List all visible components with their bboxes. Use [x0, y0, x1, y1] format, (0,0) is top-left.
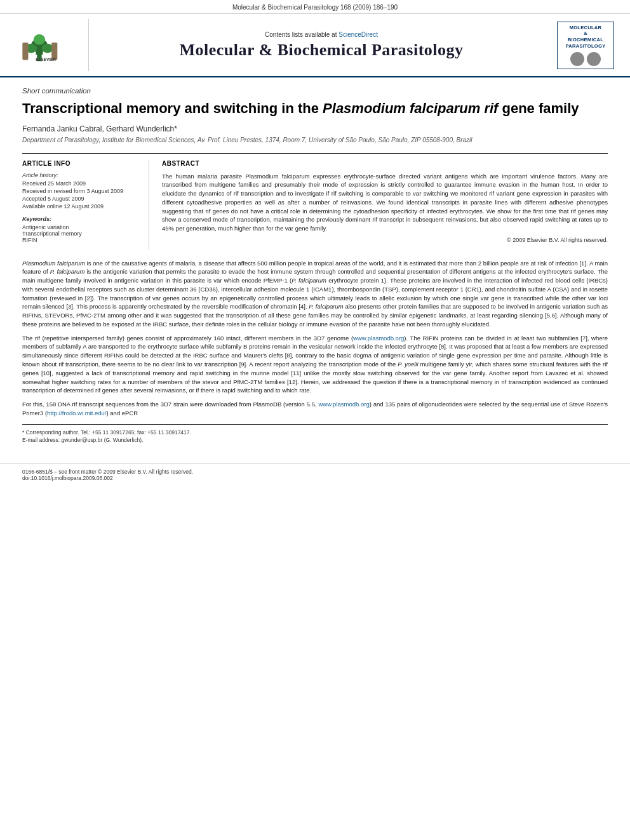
body-para-1: Plasmodium falciparum is one of the caus… — [22, 259, 608, 329]
title-part1: Transcriptional memory and switching in … — [22, 100, 323, 116]
sciencedirect-url[interactable]: ScienceDirect — [338, 31, 378, 38]
keywords-label: Keywords: — [22, 216, 139, 222]
footnotes: * Corresponding author. Tel.: +55 11 309… — [22, 424, 608, 444]
article-type: Short communication — [22, 87, 608, 95]
journal-logo-icons — [560, 52, 611, 66]
keyword-2: Transcriptional memory — [22, 230, 139, 237]
body-col-1: Plasmodium falciparum is one of the caus… — [22, 259, 608, 444]
accepted-date: Accepted 5 August 2009 — [22, 196, 139, 202]
main-header: ELSEVIER Contents lists available at Sci… — [0, 14, 630, 77]
plasmodb-link-1[interactable]: www.plasmodb.org — [353, 335, 404, 342]
journal-logo-box: MOLECULAR & BIOCHEMICAL PARASITOLOGY — [557, 22, 614, 69]
article-content: Short communication Transcriptional memo… — [0, 77, 630, 457]
sciencedirect-link: Contents lists available at ScienceDirec… — [265, 31, 378, 38]
article-info-section: ARTICLE INFO Article history: Received 2… — [22, 160, 149, 250]
bottom-bar: 0166-6851/$ – see front matter © 2009 El… — [0, 463, 630, 486]
body-text: Plasmodium falciparum is one of the caus… — [22, 259, 608, 444]
journal-title: Molecular & Biochemical Parasitology — [179, 41, 463, 60]
received-date: Received 25 March 2009 — [22, 180, 139, 187]
corresponding-author: * Corresponding author. Tel.: +55 11 309… — [22, 429, 608, 436]
logo-line3: BIOCHEMICAL — [560, 37, 611, 43]
keywords-section: Keywords: Antigenic variation Transcript… — [22, 216, 139, 243]
abstract-heading: ABSTRACT — [162, 160, 608, 167]
journal-bar-text: Molecular & Biochemical Parasitology 168… — [232, 4, 398, 11]
keyword-1: Antigenic variation — [22, 224, 139, 230]
body-para1-italic: Plasmodium falciparum — [22, 260, 85, 267]
issn-doi: 0166-6851/$ – see front matter © 2009 El… — [22, 469, 193, 481]
logo-line1: MOLECULAR — [560, 25, 611, 31]
body-para-2: The rif (repetitive interspersed family)… — [22, 334, 608, 395]
journal-logo-right: MOLECULAR & BIOCHEMICAL PARASITOLOGY — [554, 19, 617, 71]
available-date: Available online 12 August 2009 — [22, 203, 139, 210]
body-para-3: For this, 158 DNA rif transcript sequenc… — [22, 400, 608, 418]
logo-line4: PARASITOLOGY — [560, 43, 611, 50]
header-center: Contents lists available at ScienceDirec… — [98, 19, 544, 71]
affiliation: Department of Parasitology, Institute fo… — [22, 137, 608, 143]
title-italic: Plasmodium falciparum rif — [323, 100, 498, 116]
svg-point-5 — [34, 34, 45, 45]
page: Molecular & Biochemical Parasitology 168… — [0, 0, 630, 840]
revised-date: Received in revised form 3 August 2009 — [22, 188, 139, 194]
title-part2: gene family — [498, 100, 579, 116]
abstract-text: The human malaria parasite Plasmodium fa… — [162, 172, 608, 233]
article-info-heading: ARTICLE INFO — [22, 160, 139, 167]
elsevier-logo: ELSEVIER — [13, 19, 89, 71]
authors: Fernanda Janku Cabral, Gerhard Wunderlic… — [22, 124, 608, 133]
sciencedirect-prefix: Contents lists available at — [265, 31, 337, 38]
journal-logo-circle-1 — [570, 52, 584, 66]
history-section: Article history: Received 25 March 2009 … — [22, 172, 139, 210]
doi-text: doi:10.1016/j.molbiopara.2009.08.002 — [22, 475, 193, 481]
plasmodb-link-2[interactable]: www.plasmodb.org — [318, 401, 369, 408]
logo-line2: & — [560, 30, 611, 37]
journal-logo-circle-2 — [587, 52, 601, 66]
article-info-abstract: ARTICLE INFO Article history: Received 2… — [22, 153, 608, 250]
abstract-section: ABSTRACT The human malaria parasite Plas… — [162, 160, 608, 250]
issn-text: 0166-6851/$ – see front matter © 2009 El… — [22, 469, 193, 475]
svg-text:ELSEVIER: ELSEVIER — [36, 57, 56, 62]
article-title: Transcriptional memory and switching in … — [22, 100, 608, 118]
primer3-link[interactable]: http://frodo.wi.mit.edu/ — [47, 410, 106, 417]
email-address: E-mail address: gwunder@usp.br (G. Wunde… — [22, 436, 608, 444]
elsevier-logo-svg: ELSEVIER — [17, 28, 74, 63]
keyword-3: RIFIN — [22, 237, 139, 243]
history-label: Article history: — [22, 172, 139, 178]
abstract-copyright: © 2009 Elsevier B.V. All rights reserved… — [162, 237, 608, 243]
svg-rect-6 — [22, 42, 28, 60]
journal-header-bar: Molecular & Biochemical Parasitology 168… — [0, 0, 630, 14]
